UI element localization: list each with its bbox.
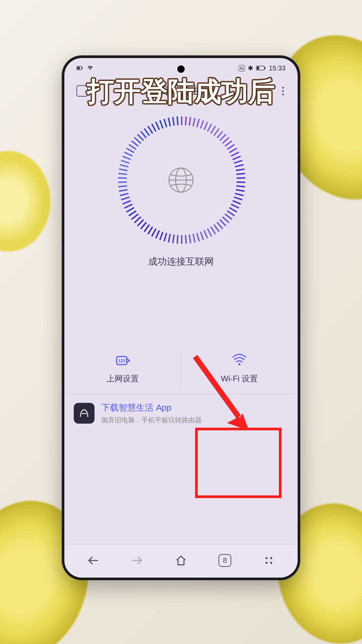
battery-indicator-icon (76, 66, 83, 70)
tutorial-caption: 打开登陆成功后 (87, 74, 275, 110)
browser-navigation-bar: 8 (64, 544, 298, 578)
internet-settings-button[interactable]: 123 上网设置 (64, 345, 181, 394)
svg-line-9 (195, 357, 239, 417)
browser-home-button[interactable] (173, 553, 189, 568)
connection-status-text: 成功连接互联网 (64, 255, 298, 268)
svg-rect-2 (82, 67, 83, 69)
app-icon (74, 403, 95, 424)
tutorial-highlight-box (195, 428, 282, 498)
camera-hole (177, 65, 185, 73)
svg-rect-4 (257, 67, 259, 69)
logout-icon[interactable] (76, 85, 88, 97)
connection-dial (64, 116, 298, 244)
browser-back-button[interactable] (85, 553, 101, 568)
wifi-icon (86, 65, 94, 71)
phone-frame: N ✱ 15:33 我的路由器 (62, 55, 300, 580)
internet-settings-label: 上网设置 (107, 373, 139, 384)
phone-screen: N ✱ 15:33 我的路由器 (64, 58, 298, 578)
status-time: 15:33 (269, 64, 286, 72)
browser-menu-button[interactable] (261, 553, 277, 568)
background-flower (0, 151, 50, 252)
svg-rect-1 (77, 67, 80, 69)
svg-text:123: 123 (118, 359, 125, 363)
action-buttons-row: 123 上网设置 Wi-Fi 设置 (64, 345, 298, 394)
tab-count: 8 (219, 554, 231, 567)
bluetooth-icon: ✱ (248, 64, 253, 72)
more-options-icon[interactable] (281, 85, 286, 97)
nfc-icon: N (239, 65, 245, 71)
browser-forward-button[interactable] (129, 553, 145, 568)
app-download-banner[interactable]: 下载智慧生活 App 抛弃旧电脑，手机平板玩转路由器 (64, 394, 298, 432)
battery-icon (256, 65, 266, 71)
svg-rect-5 (265, 67, 265, 69)
internet-settings-icon: 123 (115, 353, 130, 368)
tutorial-arrow (185, 350, 259, 438)
browser-tabs-button[interactable]: 8 (217, 553, 233, 568)
